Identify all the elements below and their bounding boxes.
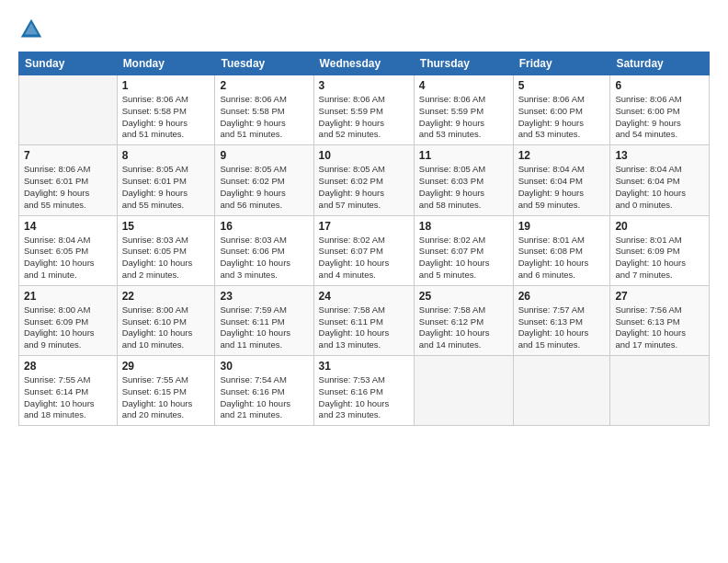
cell-info: Sunrise: 7:58 AMSunset: 6:11 PMDaylight:… [319, 304, 409, 351]
date-number: 26 [518, 290, 606, 303]
calendar-cell: 13Sunrise: 8:04 AMSunset: 6:04 PMDayligh… [610, 145, 710, 215]
calendar-cell: 5Sunrise: 8:06 AMSunset: 6:00 PMDaylight… [513, 75, 610, 145]
header-sunday: Sunday [19, 52, 118, 75]
calendar-cell: 23Sunrise: 7:59 AMSunset: 6:11 PMDayligh… [215, 285, 313, 355]
calendar-cell: 2Sunrise: 8:06 AMSunset: 5:58 PMDaylight… [215, 75, 313, 145]
cell-info: Sunrise: 8:00 AMSunset: 6:09 PMDaylight:… [24, 304, 112, 351]
calendar-cell [513, 356, 610, 426]
date-number: 21 [24, 290, 112, 303]
date-number: 25 [419, 290, 508, 303]
cell-info: Sunrise: 8:06 AMSunset: 5:59 PMDaylight:… [419, 94, 508, 141]
week-row-4: 21Sunrise: 8:00 AMSunset: 6:09 PMDayligh… [19, 285, 710, 355]
date-number: 16 [220, 220, 308, 233]
date-number: 10 [319, 149, 409, 162]
calendar-cell: 4Sunrise: 8:06 AMSunset: 5:59 PMDaylight… [414, 75, 513, 145]
calendar-cell: 22Sunrise: 8:00 AMSunset: 6:10 PMDayligh… [117, 285, 215, 355]
cell-info: Sunrise: 8:03 AMSunset: 6:06 PMDaylight:… [220, 235, 308, 282]
calendar-cell: 30Sunrise: 7:54 AMSunset: 6:16 PMDayligh… [215, 356, 313, 426]
cell-info: Sunrise: 8:05 AMSunset: 6:01 PMDaylight:… [122, 164, 210, 211]
cell-info: Sunrise: 7:57 AMSunset: 6:13 PMDaylight:… [518, 304, 606, 351]
calendar-cell: 8Sunrise: 8:05 AMSunset: 6:01 PMDaylight… [117, 145, 215, 215]
calendar-cell: 9Sunrise: 8:05 AMSunset: 6:02 PMDaylight… [215, 145, 313, 215]
cell-info: Sunrise: 8:03 AMSunset: 6:05 PMDaylight:… [122, 235, 210, 282]
date-number: 4 [419, 79, 508, 92]
cell-info: Sunrise: 8:00 AMSunset: 6:10 PMDaylight:… [122, 304, 210, 351]
date-number: 18 [419, 220, 508, 233]
header-monday: Monday [117, 52, 215, 75]
date-number: 12 [518, 149, 606, 162]
cell-info: Sunrise: 8:02 AMSunset: 6:07 PMDaylight:… [419, 235, 508, 282]
calendar-cell: 24Sunrise: 7:58 AMSunset: 6:11 PMDayligh… [313, 285, 414, 355]
date-number: 31 [319, 360, 409, 373]
calendar-cell: 16Sunrise: 8:03 AMSunset: 6:06 PMDayligh… [215, 215, 313, 285]
cell-info: Sunrise: 7:55 AMSunset: 6:15 PMDaylight:… [122, 374, 210, 421]
cell-info: Sunrise: 8:06 AMSunset: 5:58 PMDaylight:… [122, 94, 210, 141]
calendar-cell: 25Sunrise: 7:58 AMSunset: 6:12 PMDayligh… [414, 285, 513, 355]
calendar-cell: 18Sunrise: 8:02 AMSunset: 6:07 PMDayligh… [414, 215, 513, 285]
date-number: 3 [319, 79, 409, 92]
cell-info: Sunrise: 8:06 AMSunset: 6:00 PMDaylight:… [518, 94, 606, 141]
date-number: 11 [419, 149, 508, 162]
calendar-cell: 6Sunrise: 8:06 AMSunset: 6:00 PMDaylight… [610, 75, 710, 145]
cell-info: Sunrise: 8:01 AMSunset: 6:09 PMDaylight:… [615, 235, 704, 282]
cell-info: Sunrise: 8:05 AMSunset: 6:02 PMDaylight:… [220, 164, 308, 211]
header-tuesday: Tuesday [215, 52, 313, 75]
header-friday: Friday [513, 52, 610, 75]
logo-icon [18, 17, 44, 42]
date-number: 22 [122, 290, 210, 303]
calendar-cell: 11Sunrise: 8:05 AMSunset: 6:03 PMDayligh… [414, 145, 513, 215]
date-number: 8 [122, 149, 210, 162]
logo [18, 17, 46, 42]
cell-info: Sunrise: 7:58 AMSunset: 6:12 PMDaylight:… [419, 304, 508, 351]
date-number: 27 [615, 290, 704, 303]
date-number: 15 [122, 220, 210, 233]
header-wednesday: Wednesday [313, 52, 414, 75]
calendar-cell: 10Sunrise: 8:05 AMSunset: 6:02 PMDayligh… [313, 145, 414, 215]
date-number: 13 [615, 149, 704, 162]
calendar-cell: 20Sunrise: 8:01 AMSunset: 6:09 PMDayligh… [610, 215, 710, 285]
calendar-cell: 1Sunrise: 8:06 AMSunset: 5:58 PMDaylight… [117, 75, 215, 145]
calendar-cell: 21Sunrise: 8:00 AMSunset: 6:09 PMDayligh… [19, 285, 118, 355]
cell-info: Sunrise: 7:54 AMSunset: 6:16 PMDaylight:… [220, 374, 308, 421]
cell-info: Sunrise: 8:02 AMSunset: 6:07 PMDaylight:… [319, 235, 409, 282]
calendar-cell: 7Sunrise: 8:06 AMSunset: 6:01 PMDaylight… [19, 145, 118, 215]
calendar-cell [414, 356, 513, 426]
week-row-1: 1Sunrise: 8:06 AMSunset: 5:58 PMDaylight… [19, 75, 710, 145]
calendar-cell: 29Sunrise: 7:55 AMSunset: 6:15 PMDayligh… [117, 356, 215, 426]
calendar-cell: 12Sunrise: 8:04 AMSunset: 6:04 PMDayligh… [513, 145, 610, 215]
cell-info: Sunrise: 8:06 AMSunset: 5:59 PMDaylight:… [319, 94, 409, 141]
date-number: 2 [220, 79, 308, 92]
date-number: 19 [518, 220, 606, 233]
cell-info: Sunrise: 7:56 AMSunset: 6:13 PMDaylight:… [615, 304, 704, 351]
cell-info: Sunrise: 7:55 AMSunset: 6:14 PMDaylight:… [24, 374, 112, 421]
calendar-cell: 17Sunrise: 8:02 AMSunset: 6:07 PMDayligh… [313, 215, 414, 285]
date-number: 29 [122, 360, 210, 373]
cell-info: Sunrise: 8:04 AMSunset: 6:04 PMDaylight:… [518, 164, 606, 211]
date-number: 9 [220, 149, 308, 162]
calendar-cell: 28Sunrise: 7:55 AMSunset: 6:14 PMDayligh… [19, 356, 118, 426]
cell-info: Sunrise: 8:01 AMSunset: 6:08 PMDaylight:… [518, 235, 606, 282]
date-number: 30 [220, 360, 308, 373]
calendar-cell: 27Sunrise: 7:56 AMSunset: 6:13 PMDayligh… [610, 285, 710, 355]
date-number: 5 [518, 79, 606, 92]
cell-info: Sunrise: 8:06 AMSunset: 6:01 PMDaylight:… [24, 164, 112, 211]
cell-info: Sunrise: 8:05 AMSunset: 6:03 PMDaylight:… [419, 164, 508, 211]
cell-info: Sunrise: 7:53 AMSunset: 6:16 PMDaylight:… [319, 374, 409, 421]
calendar-cell [19, 75, 118, 145]
cell-info: Sunrise: 7:59 AMSunset: 6:11 PMDaylight:… [220, 304, 308, 351]
header-thursday: Thursday [414, 52, 513, 75]
date-number: 28 [24, 360, 112, 373]
calendar-table: SundayMondayTuesdayWednesdayThursdayFrid… [18, 52, 710, 426]
calendar-cell: 19Sunrise: 8:01 AMSunset: 6:08 PMDayligh… [513, 215, 610, 285]
cell-info: Sunrise: 8:05 AMSunset: 6:02 PMDaylight:… [319, 164, 409, 211]
date-number: 6 [615, 79, 704, 92]
date-number: 17 [319, 220, 409, 233]
date-number: 1 [122, 79, 210, 92]
calendar-cell: 15Sunrise: 8:03 AMSunset: 6:05 PMDayligh… [117, 215, 215, 285]
cell-info: Sunrise: 8:04 AMSunset: 6:04 PMDaylight:… [615, 164, 704, 211]
date-number: 24 [319, 290, 409, 303]
date-number: 23 [220, 290, 308, 303]
header-row: SundayMondayTuesdayWednesdayThursdayFrid… [19, 52, 710, 75]
calendar-cell: 14Sunrise: 8:04 AMSunset: 6:05 PMDayligh… [19, 215, 118, 285]
week-row-3: 14Sunrise: 8:04 AMSunset: 6:05 PMDayligh… [19, 215, 710, 285]
